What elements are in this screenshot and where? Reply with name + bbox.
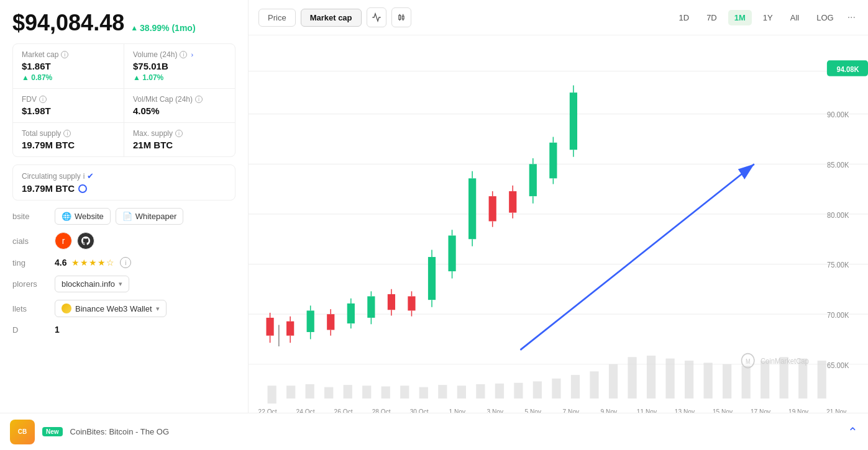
- whitepaper-button[interactable]: 📄 Whitepaper: [116, 208, 183, 225]
- volume-info-icon[interactable]: i: [180, 51, 187, 58]
- tab-marketcap[interactable]: Market cap: [301, 9, 362, 27]
- svg-rect-68: [367, 296, 375, 318]
- svg-rect-36: [533, 381, 542, 398]
- svg-rect-41: [628, 357, 636, 398]
- stat-cell-maxsupply: Max. supply i 21M BTC: [124, 123, 235, 156]
- volume-link[interactable]: ›: [191, 51, 193, 58]
- svg-rect-33: [476, 384, 485, 398]
- stat-value-totalsupply: 19.79M BTC: [22, 140, 115, 150]
- chart-container: 94.08K 90.00K 85.00K 80.00K 75.00K 70.00…: [249, 35, 868, 450]
- svg-rect-40: [609, 364, 618, 398]
- stat-value-volmkt: 4.05%: [133, 106, 226, 116]
- website-button[interactable]: 🌐 Website: [55, 208, 111, 225]
- reddit-icon[interactable]: r: [55, 232, 72, 250]
- svg-text:65.00K: 65.00K: [827, 361, 849, 370]
- svg-rect-32: [457, 385, 466, 398]
- svg-rect-65: [347, 304, 355, 323]
- time-btn-log[interactable]: LOG: [810, 10, 839, 25]
- circsupply-info-icon[interactable]: i: [83, 172, 85, 181]
- close-bottom-icon[interactable]: ⌃: [847, 425, 858, 439]
- circulating-supply-box: Circulating supply i ✔ 19.79M BTC: [12, 164, 235, 200]
- whitepaper-label: Whitepaper: [135, 212, 176, 221]
- svg-line-102: [520, 164, 754, 349]
- rating-label: ting: [12, 258, 50, 268]
- stat-change-marketcap: ▲ 0.87%: [22, 73, 115, 82]
- github-icon[interactable]: [77, 232, 94, 250]
- stat-label-marketcap: Market cap i: [22, 50, 115, 59]
- svg-rect-62: [327, 314, 334, 330]
- wallet-chevron-icon: ▾: [156, 305, 160, 313]
- svg-rect-31: [438, 385, 447, 398]
- line-chart-icon-btn[interactable]: [367, 7, 386, 27]
- wallet-row: llets Binance Web3 Wallet ▾: [12, 300, 235, 317]
- svg-rect-74: [408, 296, 415, 310]
- stat-label-totalsupply: Total supply i: [22, 129, 115, 138]
- wallet-select[interactable]: Binance Web3 Wallet ▾: [55, 300, 167, 317]
- svg-text:85.00K: 85.00K: [827, 160, 849, 169]
- price-change: ▲ 38.99% (1mo): [130, 23, 195, 33]
- svg-text:CoinMarketCap: CoinMarketCap: [761, 356, 809, 366]
- svg-text:94.08K: 94.08K: [836, 65, 859, 74]
- time-btn-all[interactable]: All: [784, 10, 805, 25]
- explorer-select[interactable]: blockchain.info ▾: [55, 276, 129, 292]
- time-btn-1d[interactable]: 1D: [673, 10, 696, 25]
- svg-rect-30: [419, 387, 428, 398]
- time-btn-1y[interactable]: 1Y: [757, 10, 779, 25]
- rating-row: ting 4.6 ★★★★☆ i: [12, 257, 235, 268]
- stat-cell-marketcap: Market cap i $1.86T ▲ 0.87%: [13, 44, 124, 88]
- svg-rect-83: [468, 178, 476, 239]
- links-row: bsite 🌐 Website 📄 Whitepaper: [12, 208, 235, 225]
- explorer-label: plorers: [12, 279, 50, 289]
- svg-rect-51: [818, 361, 826, 398]
- more-options-icon[interactable]: ···: [845, 12, 858, 23]
- circ-label: Circulating supply i ✔: [22, 171, 226, 181]
- socials-row: cials r: [12, 232, 235, 250]
- tab-price[interactable]: Price: [258, 9, 296, 27]
- svg-rect-92: [529, 164, 537, 196]
- svg-text:M: M: [746, 358, 751, 365]
- svg-rect-29: [400, 385, 409, 398]
- left-panel: $94,084.48 ▲ 38.99% (1mo) Market cap i $…: [0, 0, 249, 450]
- rating-value: 4.6: [55, 258, 66, 268]
- candle-chart-icon-btn[interactable]: [391, 7, 411, 27]
- fdv-info-icon[interactable]: i: [39, 96, 47, 103]
- stat-cell-volume: Volume (24h) i › $75.01B ▲ 1.07%: [124, 44, 235, 88]
- svg-rect-59: [307, 310, 314, 332]
- extra-value: 1: [55, 325, 60, 335]
- svg-rect-28: [381, 386, 390, 398]
- rating-info-icon[interactable]: i: [120, 257, 131, 268]
- svg-rect-22: [268, 385, 276, 403]
- time-btn-7d[interactable]: 7D: [700, 10, 723, 25]
- marketcap-info-icon[interactable]: i: [61, 51, 68, 58]
- svg-text:75.00K: 75.00K: [827, 261, 849, 270]
- wallet-label: llets: [12, 304, 50, 313]
- volmkt-info-icon[interactable]: i: [195, 96, 203, 103]
- chart-toolbar: Price Market cap 1D 7D 1M 1Y All LOG ···: [249, 0, 868, 35]
- svg-text:90.00K: 90.00K: [827, 110, 849, 120]
- maxsupply-info-icon[interactable]: i: [175, 130, 183, 137]
- stat-label-volmkt: Vol/Mkt Cap (24h) i: [133, 95, 226, 104]
- stat-label-maxsupply: Max. supply i: [133, 129, 226, 138]
- svg-rect-25: [324, 387, 333, 398]
- totalsupply-info-icon[interactable]: i: [63, 130, 71, 137]
- svg-rect-71: [388, 294, 395, 310]
- svg-rect-39: [590, 371, 598, 398]
- svg-rect-27: [362, 385, 371, 398]
- svg-rect-95: [549, 143, 557, 179]
- svg-rect-42: [647, 356, 656, 398]
- price-up-arrow: ▲: [130, 24, 138, 32]
- svg-rect-44: [685, 361, 693, 398]
- svg-rect-98: [570, 92, 577, 150]
- socials-label: cials: [12, 236, 50, 246]
- globe-icon: 🌐: [62, 212, 71, 221]
- svg-rect-56: [286, 322, 294, 336]
- time-btn-1m[interactable]: 1M: [728, 10, 752, 25]
- circ-circle-icon: [78, 184, 87, 193]
- stat-value-fdv: $1.98T: [22, 106, 115, 116]
- svg-rect-34: [495, 384, 504, 398]
- svg-rect-47: [742, 366, 751, 398]
- bottom-bar: CB New CoinBites: Bitcoin - The OG ⌃: [0, 413, 868, 450]
- verified-icon: ✔: [87, 171, 94, 181]
- bottom-bar-text: CoinBites: Bitcoin - The OG: [70, 427, 169, 436]
- explorer-row: plorers blockchain.info ▾: [12, 276, 235, 292]
